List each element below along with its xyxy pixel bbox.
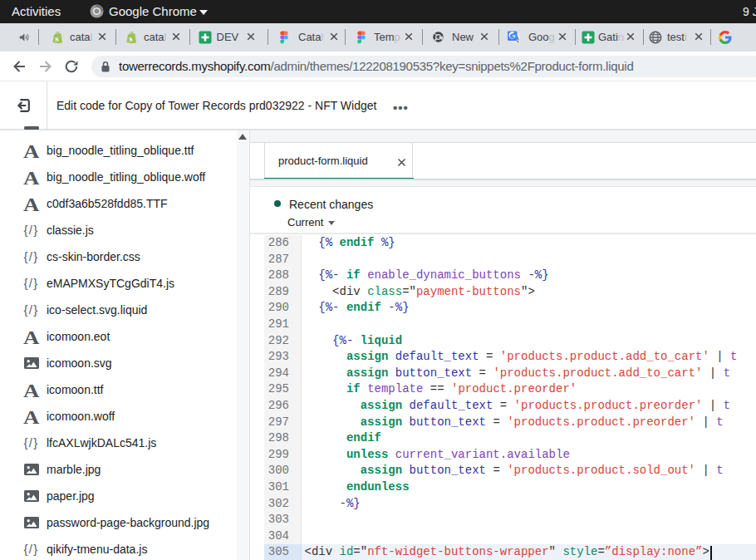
svg-text:s: s (55, 33, 59, 43)
svg-text:s: s (129, 33, 133, 43)
